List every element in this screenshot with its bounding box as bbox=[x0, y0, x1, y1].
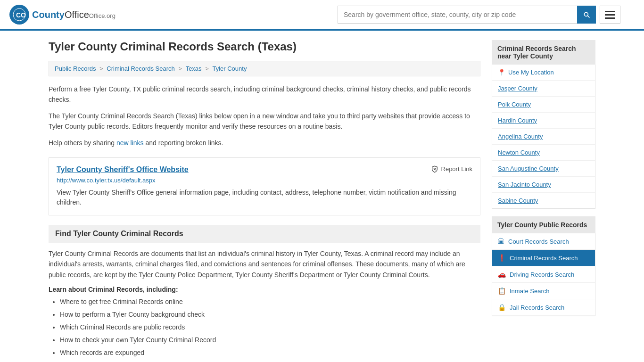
link-card-title[interactable]: Tyler County Sheriff's Office Website bbox=[57, 165, 189, 174]
search-input[interactable] bbox=[338, 6, 577, 24]
breadcrumb-criminal-records[interactable]: Criminal Records Search bbox=[107, 65, 175, 72]
use-location-label: Use My Location bbox=[508, 69, 554, 76]
report-link-label: Report Link bbox=[441, 165, 472, 173]
breadcrumb-texas[interactable]: Texas bbox=[186, 65, 202, 72]
criminal-records-label: Criminal Records Search bbox=[510, 255, 578, 262]
driving-icon: 🚗 bbox=[498, 271, 506, 278]
desc3-pre: Help others by sharing bbox=[49, 139, 116, 147]
search-button[interactable] bbox=[577, 6, 596, 24]
driving-records-label: Driving Records Search bbox=[510, 271, 574, 278]
link-card-header: Tyler County Sheriff's Office Website Re… bbox=[57, 165, 472, 174]
menu-bar-1 bbox=[605, 11, 615, 12]
find-section-header: Find Tyler County Criminal Records bbox=[49, 225, 480, 243]
menu-bar-3 bbox=[605, 17, 615, 19]
sidebar-jail-records[interactable]: 🔒 Jail Records Search bbox=[492, 299, 595, 316]
search-area bbox=[338, 6, 620, 24]
logo-text: CountyOfficeOffice.org bbox=[32, 9, 116, 20]
description-1: Perform a free Tyler County, TX public c… bbox=[49, 84, 480, 105]
description-2: The Tyler County Criminal Records Search… bbox=[49, 111, 480, 132]
breadcrumb-sep-2: > bbox=[178, 65, 183, 72]
jail-records-label: Jail Records Search bbox=[510, 304, 564, 311]
link-url[interactable]: http://www.co.tyler.tx.us/default.aspx bbox=[57, 177, 472, 184]
menu-bar-2 bbox=[605, 14, 615, 16]
sidebar-driving-records[interactable]: 🚗 Driving Records Search bbox=[492, 266, 595, 283]
inmate-search-label: Inmate Search bbox=[510, 288, 550, 295]
sidebar-use-location[interactable]: 📍 Use My Location bbox=[492, 65, 595, 81]
breadcrumb-tyler-county[interactable]: Tyler County bbox=[212, 65, 247, 72]
logo-county: County bbox=[32, 9, 65, 20]
sidebar-item-jasper[interactable]: Jasper County bbox=[492, 81, 595, 97]
logo-office: Office bbox=[65, 9, 89, 20]
learn-list: Where to get free Criminal Records onlin… bbox=[49, 297, 480, 358]
list-item: Which Criminal Records are public record… bbox=[60, 322, 480, 332]
learn-title: Learn about Criminal Records, including: bbox=[49, 286, 480, 293]
criminal-icon: ❗ bbox=[498, 254, 506, 262]
sidebar-court-records[interactable]: 🏛 Court Records Search bbox=[492, 233, 595, 250]
sidebar-nearby-list: 📍 Use My Location Jasper County Polk Cou… bbox=[492, 65, 595, 209]
location-pin-icon: 📍 bbox=[498, 69, 505, 76]
sidebar-public-records-list: 🏛 Court Records Search ❗ Criminal Record… bbox=[492, 233, 595, 316]
jail-icon: 🔒 bbox=[498, 304, 506, 311]
description-3: Help others by sharing new links and rep… bbox=[49, 138, 480, 148]
sidebar-item-hardin[interactable]: Hardin County bbox=[492, 113, 595, 129]
inmate-icon: 📋 bbox=[498, 287, 506, 295]
logo-org: Office.org bbox=[89, 12, 116, 19]
sidebar-inmate-search[interactable]: 📋 Inmate Search bbox=[492, 283, 595, 299]
list-item: How to check your own Tyler County Crimi… bbox=[60, 335, 480, 345]
main-container: Tyler County Criminal Records Search (Te… bbox=[39, 31, 605, 362]
sidebar: Criminal Records Search near Tyler Count… bbox=[492, 40, 595, 361]
breadcrumb-public-records[interactable]: Public Records bbox=[55, 65, 96, 72]
list-item: Which records are expunged bbox=[60, 348, 480, 358]
sidebar-nearby-title: Criminal Records Search near Tyler Count… bbox=[492, 40, 595, 65]
svg-text:CO: CO bbox=[16, 11, 26, 19]
find-section-text: Tyler County Criminal Records are docume… bbox=[49, 248, 480, 280]
logo-icon: CO bbox=[9, 5, 29, 25]
sidebar-item-polk[interactable]: Polk County bbox=[492, 97, 595, 113]
sidebar-item-sabine[interactable]: Sabine County bbox=[492, 193, 595, 208]
new-links-link[interactable]: new links bbox=[116, 139, 144, 147]
logo-area: CO CountyOfficeOffice.org bbox=[9, 5, 116, 25]
content: Tyler County Criminal Records Search (Te… bbox=[49, 40, 480, 361]
sidebar-item-newton[interactable]: Newton County bbox=[492, 145, 595, 161]
link-card: Tyler County Sheriff's Office Website Re… bbox=[49, 157, 480, 215]
court-records-label: Court Records Search bbox=[508, 238, 569, 245]
sidebar-item-san-augustine[interactable]: San Augustine County bbox=[492, 161, 595, 177]
breadcrumb: Public Records > Criminal Records Search… bbox=[49, 61, 480, 76]
sidebar-item-san-jacinto[interactable]: San Jacinto County bbox=[492, 177, 595, 193]
sidebar-public-records-title: Tyler County Public Records bbox=[492, 216, 595, 233]
desc3-post: and reporting broken links. bbox=[144, 139, 223, 147]
breadcrumb-sep-1: > bbox=[99, 65, 105, 72]
list-item: Where to get free Criminal Records onlin… bbox=[60, 297, 480, 307]
report-link-button[interactable]: Report Link bbox=[431, 165, 472, 173]
header: CO CountyOfficeOffice.org bbox=[0, 0, 644, 31]
sidebar-item-angelina[interactable]: Angelina County bbox=[492, 129, 595, 145]
list-item: How to perform a Tyler County background… bbox=[60, 310, 480, 320]
report-icon bbox=[431, 165, 438, 173]
breadcrumb-sep-3: > bbox=[205, 65, 210, 72]
link-desc: View Tyler County Sheriff's Office gener… bbox=[57, 188, 472, 207]
court-icon: 🏛 bbox=[498, 238, 504, 245]
page-title: Tyler County Criminal Records Search (Te… bbox=[49, 40, 480, 53]
sidebar-criminal-records[interactable]: ❗ Criminal Records Search bbox=[492, 250, 595, 266]
menu-button[interactable] bbox=[600, 6, 620, 24]
